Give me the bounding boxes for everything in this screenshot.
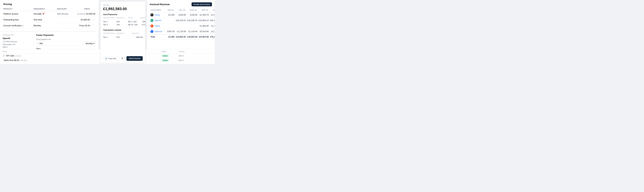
customer-cell-intercom: I Intercom (150, 29, 166, 34)
download-button[interactable]: ⬇ (120, 56, 124, 61)
download-icon: ⬇ (121, 57, 123, 60)
col-frequency: FREQUENCY (34, 8, 57, 10)
pricing-row-platform: Platform access Annually 📅 10% off once … (3, 11, 96, 17)
total-jul: £18,891.02 (175, 34, 186, 39)
txn-row-tier1: Tier 1 670 £405.00 (103, 36, 143, 39)
card-tier1-rate: $0.1 / unit (128, 21, 140, 23)
rev-col-jun: JUN 23 (166, 8, 175, 12)
revenue-row-openai: O OpenAI £18,220.22 £18,236.70 £18,659.1… (150, 18, 215, 23)
invoice-amount: £1,992,583.00 (103, 7, 143, 11)
create-invoice-button[interactable]: Create new invoice (192, 2, 212, 6)
transaction-volume-title: Transaction volume (103, 29, 143, 31)
proposal-company: OpenAI (3, 37, 31, 39)
chevron-down-icon: ▾ (94, 42, 94, 45)
card-payments-header: DESCRIPTION QUANTITY RATE AMOUNT (103, 17, 143, 19)
inv-col-desc: DESCRIPTION (103, 17, 116, 18)
revenue-total-row: Total £3,300 £18,891.02 £19,603.28 £23,9… (150, 34, 215, 39)
frequency-onetime: One time (34, 18, 57, 21)
frequency-annually: Annually 📅 (34, 13, 57, 15)
prices-list-section: Name Status Created ▼ API Calls 2 prices… (147, 49, 215, 64)
col-discount: DISCOUNT (57, 8, 77, 10)
proposal-id: Proposal 241 (3, 34, 31, 36)
invoice-id: INV 001 (103, 4, 143, 6)
total-aug: £19,603.28 (186, 34, 198, 39)
prices-list-row-1: Starts from $0.20 · Monthly Active Jun 4 (147, 58, 212, 63)
layers-icon: ⊞ (22, 25, 24, 27)
prices-col-extra (195, 51, 212, 52)
price-row-name-1: Starts from $0.20 · Monthly (147, 59, 162, 61)
invoice-actions: 🔗 Copy link ⬇ Send invoice (103, 56, 143, 61)
frequency-monthly: Monthly (34, 24, 57, 27)
row-menu-platform[interactable]: ⋯ (97, 12, 99, 15)
faster-payments-title: Faster Payments (36, 34, 96, 36)
product-name-platform: Platform access (3, 13, 34, 15)
card-tier2-rate: $0.15 / unit (128, 24, 140, 26)
row-menu-onboarding[interactable]: ⋯ (92, 18, 96, 21)
rev-col-oct: OCT 23 (210, 8, 215, 12)
customer-link-intercom[interactable]: Intercom (154, 30, 162, 33)
card-payments-title: Card Payments (103, 13, 143, 15)
card-tier2-amt: £1,567.98 (140, 24, 146, 26)
col-price: PRICE (77, 8, 92, 10)
platform-fee-label: Fixed platform fee (36, 38, 96, 40)
copy-link-button[interactable]: 🔗 Copy link (103, 56, 118, 61)
row-menu-account[interactable]: ⋯ (92, 24, 96, 27)
card-tier2-qty: 150 (116, 24, 128, 26)
card-tier2-desc: Tier 2 (103, 24, 116, 26)
prices-list-rows: ▼ API Calls 2 prices Active Jun 4 Starts… (147, 54, 212, 63)
row-aug-2 (186, 23, 198, 29)
pricing-table-header: PRODUCT FREQUENCY DISCOUNT PRICE (3, 8, 96, 11)
price-val-onboarding: £5,900.00 (81, 18, 90, 21)
inv-col-qty: QUANTITY (116, 17, 128, 18)
product-name-account: Account verification ⊞ (3, 24, 34, 27)
transaction-header: DESCRIPTION QUANTITY AMOUNT (103, 32, 143, 35)
col-product: PRODUCT (3, 8, 34, 10)
rev-col-sep: SEP 23 (198, 8, 210, 12)
rev-col-customer: CUSTOMER (150, 8, 166, 12)
price-row-status-1: Active (162, 59, 178, 62)
create-invoice-label: Create new invoice (194, 3, 210, 5)
col-actions (92, 8, 96, 10)
prices-col-created: Created (178, 51, 195, 52)
faster-input-row: £ 500 Monthly ▾ (36, 41, 96, 46)
customer-logo-ramp: R (150, 13, 154, 16)
row-jun-3: £387.00 (166, 29, 175, 34)
price-val-account: From £0.20 (79, 24, 90, 27)
total-oct: £76,244.36 (210, 34, 215, 39)
revenue-table: CUSTOMER JUN 23 JUL 23 AUG 23 SEP 23 OCT… (150, 8, 215, 39)
row-jul-1: £18,220.22 (175, 18, 186, 23)
row-sep-1: £18,659.14 (198, 18, 210, 23)
customer-logo-figma: F (150, 24, 154, 27)
customer-logo-intercom: I (150, 30, 154, 33)
inv-col-rate: RATE (128, 17, 140, 18)
pricing-row-onboarding: Onboarding fees One time £5,900.00 ⋯ (3, 17, 96, 23)
row-jun-2 (166, 23, 175, 29)
customer-link-figma[interactable]: Figma (154, 25, 160, 27)
row-jun-1 (166, 18, 175, 23)
row-jun-0: £3,300 (166, 12, 175, 18)
rev-col-jul: JUL 23 (175, 8, 186, 12)
prices-list-header: Name Status Created (147, 51, 212, 54)
invoice-divider-1 (103, 27, 143, 28)
price-row-name-0: ▼ API Calls 2 prices (147, 55, 162, 57)
revenue-row-intercom: I Intercom £387.00 £1,120.58 £1,124.64 £… (150, 29, 215, 34)
revenue-title: Invoiced Revenue (150, 3, 170, 6)
row-sep-2: £1,800.00 (198, 23, 210, 29)
platform-fee-input[interactable]: £ 500 (36, 41, 83, 46)
row-sep-0: £2,339.70 (198, 12, 210, 18)
txn-col-desc: DESCRIPTION (103, 32, 116, 34)
price-cell-onboarding: £5,900.00 (77, 18, 92, 21)
total-sep: £23,923.48 (198, 34, 210, 39)
send-invoice-button[interactable]: Send invoice (126, 56, 143, 61)
rev-col-aug: AUG 23 (186, 8, 198, 12)
card-tier1-qty: 810 (116, 21, 128, 23)
currency-symbol: £ (38, 42, 39, 45)
frequency-label: Monthly (86, 42, 93, 45)
row-jul-2 (175, 23, 186, 29)
main-layout: Pricing PRODUCT FREQUENCY DISCOUNT PRICE… (0, 0, 215, 64)
row-oct-2: £1,747.20 (210, 23, 215, 29)
customer-link-ramp[interactable]: Ramp (154, 14, 160, 16)
discount-val: 10% off once (57, 13, 77, 15)
frequency-select[interactable]: Monthly ▾ (84, 41, 96, 46)
customer-link-openai[interactable]: OpenAI (154, 19, 161, 22)
